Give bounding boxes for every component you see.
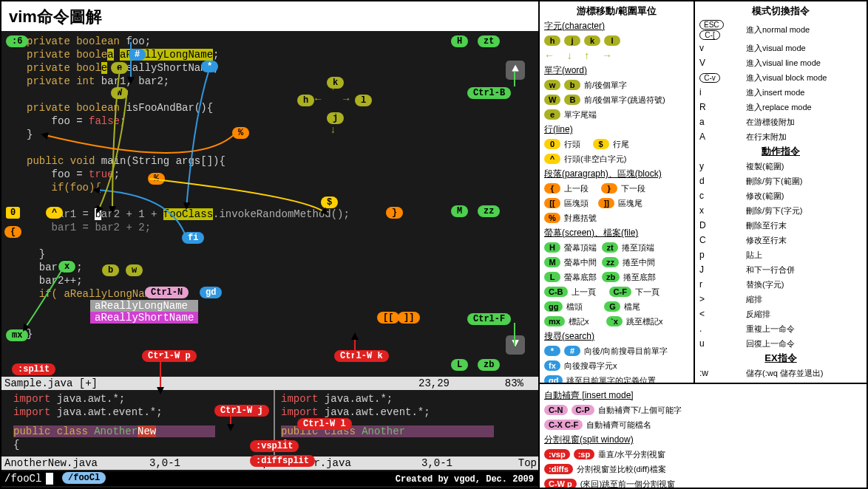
tag-brace-close: } [386, 207, 403, 219]
scroll-up-icon: ▲ [506, 61, 525, 80]
tag-ctrl-b: Ctrl-B [467, 87, 511, 99]
tag-split: :split [12, 363, 55, 375]
page-title: vim命令圖解 [1, 1, 538, 31]
tag-search-match: /fooCl [62, 472, 106, 484]
tag-M: M [451, 205, 468, 217]
tag-dollar: $ [321, 196, 338, 208]
tag-gd: gd [200, 287, 222, 298]
tag-caret: ^ [46, 207, 63, 219]
tag-ctrl-f: Ctrl-F [467, 313, 511, 325]
tag-l: l [355, 95, 372, 106]
tag-brace-open: { [4, 226, 21, 238]
tag-vsplit: :vsplit [250, 440, 299, 452]
tag-cwk: Ctrl-W k [334, 350, 389, 362]
tag-bb-open: [[ [377, 312, 399, 324]
tag-k: k [327, 77, 344, 89]
tag-w: w [126, 264, 143, 276]
tag-b: b [102, 264, 119, 276]
main-diagram: vim命令圖解 private boolean foo; private boo… [0, 0, 540, 489]
tag-cwl: Ctrl-W l [297, 418, 352, 430]
bottom-right-panel: 自動補齊 [insert mode] C-NC-P自動補齊下/上個可能字 C-X… [540, 384, 868, 489]
tag-zt: zt [478, 35, 500, 47]
scroll-down-icon: ▼ [506, 335, 525, 355]
tag-mx: mx [6, 329, 28, 341]
svg-text:↓: ↓ [330, 124, 336, 136]
tag-hash: # [129, 49, 146, 61]
autocomplete-popup: aReallyLongName aReallyShortName [90, 300, 198, 324]
tag-L: L [451, 359, 468, 371]
mode-action-panel: 模式切換指令 ESCC-[進入normal modev進入visual mode… [695, 0, 868, 384]
tag-H: H [451, 35, 468, 47]
tag-bb-close: ]] [398, 312, 420, 324]
tag-line6: :6 [6, 35, 28, 47]
tag-ctrl-n: Ctrl-N [145, 287, 189, 298]
status-bar-top: Sample.java [+] 23,29 83% [1, 377, 538, 390]
status-bar-left: AnotherNew.java 3,0-1 Top [1, 456, 274, 470]
tag-zb: zb [478, 359, 500, 371]
tag-cwp: Ctrl-W p [142, 350, 197, 362]
tag-cwj: Ctrl-W j [214, 405, 269, 417]
tag-pct1: % [232, 127, 249, 139]
svg-text:→: → [343, 93, 350, 105]
tag-h: h [297, 95, 314, 106]
tag-zz: zz [478, 205, 500, 217]
tag-star: * [201, 61, 218, 72]
tag-diffsplit: :diffsplit [250, 455, 315, 467]
motion-panel: 游標移動/範圍單位 字元(character) hjkl ← ↓ ↑ → 單字(… [540, 0, 695, 384]
tag-fi: fi [182, 232, 204, 244]
editor-area: private boolean foo; private boolea aRea… [1, 31, 538, 488]
tag-e: e [111, 62, 128, 74]
svg-text:←: ← [315, 93, 322, 105]
arrow-overlay: ← → ↑ ↓ [1, 31, 538, 488]
tag-j: j [327, 112, 344, 124]
tag-pct2: % [148, 173, 165, 185]
credit: Created by vgod, Dec. 2009 [396, 474, 534, 485]
tag-W: W [111, 87, 128, 99]
tag-zero: 0 [6, 207, 20, 219]
tag-x: x [58, 260, 76, 273]
